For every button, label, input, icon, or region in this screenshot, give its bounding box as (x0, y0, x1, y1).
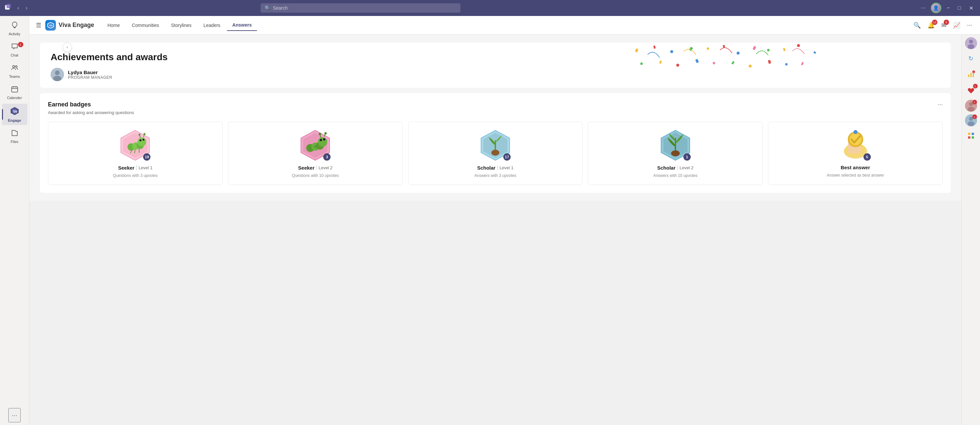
nav-leaders[interactable]: Leaders (198, 20, 226, 31)
right-sidebar-avatar3-wrapper: 1 (965, 114, 977, 126)
best-answer-name-level: Best answer (840, 165, 870, 170)
engage-nav-right: 🔍 🔔 12 ✉ 5 📈 ··· (912, 20, 973, 30)
page-header: Achievements and awards (40, 43, 951, 88)
scholar-l2-name-level: Scholar | Level 2 (657, 165, 694, 171)
scholar-l1-name: Scholar (477, 165, 495, 171)
svg-point-29 (797, 44, 800, 47)
svg-point-63 (323, 138, 326, 141)
sidebar-item-activity[interactable]: Activity (2, 19, 27, 38)
engage-body: ☰ Ve Viva Engage Home Communities Storyl… (29, 16, 980, 425)
files-label: Files (11, 140, 18, 144)
title-bar-right: ··· 👤 − □ ✕ (918, 3, 976, 13)
svg-point-17 (55, 70, 60, 75)
svg-point-61 (318, 137, 327, 147)
right-sidebar-chart[interactable]: 1 (964, 68, 978, 81)
svg-point-27 (767, 49, 769, 51)
sidebar-item-chat[interactable]: 1 Chat (2, 40, 27, 60)
user-details: Lydya Bauer PROGRAM MANAGER (68, 70, 113, 80)
svg-rect-87 (970, 73, 972, 77)
engage-logo: Ve Viva Engage (45, 20, 94, 30)
badge-icon-seeker-l2: 3 (299, 129, 332, 162)
nav-answers[interactable]: Answers (227, 20, 257, 31)
svg-point-23 (707, 48, 709, 50)
files-icon (11, 129, 19, 139)
nav-home[interactable]: Home (102, 20, 125, 31)
avatar3-badge: 1 (972, 114, 977, 119)
badge-icon-best-answer: 5 (839, 129, 872, 162)
nav-storylines[interactable]: Storylines (166, 20, 197, 31)
svg-point-72 (492, 150, 499, 155)
minimize-button[interactable]: − (944, 4, 952, 12)
more-options-button[interactable]: ··· (918, 4, 928, 12)
engage-analytics-button[interactable]: 📈 (952, 20, 962, 30)
sidebar-item-calendar[interactable]: Calender (2, 82, 27, 102)
engage-panel: ‹ ☰ Ve Viva Engage Home (29, 16, 980, 425)
earned-badges-section: Earned badges ··· Awarded for asking and… (40, 93, 951, 193)
badge-card-best-answer: 5 Best answer Answer selected as best an… (768, 122, 943, 185)
svg-point-48 (142, 139, 145, 141)
app-body: Activity 1 Chat Teams (0, 16, 980, 425)
avatar2-badge: 1 (972, 100, 977, 105)
right-sidebar-avatar1[interactable] (965, 37, 977, 49)
nav-back-button[interactable]: ‹ (14, 4, 22, 12)
right-sidebar: ↻ 1 1 (961, 35, 980, 425)
svg-text:T: T (7, 5, 9, 8)
scholar-l1-desc: Answers with 3 upvotes (474, 173, 516, 178)
search-bar: 🔍 (261, 3, 460, 13)
scholar-l1-count: 17 (503, 153, 511, 161)
svg-rect-97 (968, 133, 970, 135)
badge-icon-scholar-l2: 1 (659, 129, 692, 162)
svg-point-62 (320, 139, 322, 141)
search-input[interactable] (273, 5, 457, 11)
right-sidebar-heart[interactable]: 1 (964, 84, 978, 97)
teams-logo-icon: T (4, 3, 12, 13)
chat-icon (11, 43, 19, 52)
activity-label: Activity (9, 32, 20, 36)
svg-point-68 (314, 145, 317, 148)
svg-point-5 (15, 66, 17, 68)
close-button[interactable]: ✕ (966, 4, 976, 13)
hamburger-button[interactable]: ☰ (36, 22, 41, 29)
svg-point-39 (785, 63, 788, 65)
sidebar-item-engage[interactable]: Ve Engage (2, 104, 27, 125)
badge-card-scholar-l1: 17 Scholar | Level 1 Answers with 3 upvo… (408, 122, 583, 185)
svg-point-66 (319, 133, 321, 135)
sidebar-item-files[interactable]: Files (2, 126, 27, 146)
svg-point-69 (309, 147, 311, 149)
teams-icon (11, 64, 19, 74)
engage-more-button[interactable]: ··· (966, 20, 973, 30)
nav-communities[interactable]: Communities (126, 20, 164, 31)
svg-rect-98 (972, 133, 974, 135)
svg-point-47 (140, 140, 142, 141)
svg-text:Ve: Ve (49, 24, 52, 27)
user-avatar-title-bar[interactable]: 👤 (931, 3, 941, 13)
badges-subtitle: Awarded for asking and answering questio… (48, 110, 943, 115)
seeker-l2-level: Level 2 (318, 165, 332, 170)
sidebar-more-button[interactable]: ··· (8, 408, 21, 422)
badges-grid: 19 Seeker | Level 1 Questions with 3 upv… (48, 122, 943, 185)
engage-messages-button[interactable]: ✉ 5 (940, 20, 948, 30)
badges-more-button[interactable]: ··· (938, 101, 943, 108)
svg-rect-86 (968, 75, 969, 77)
seeker-l1-desc: Questions with 3 upvotes (113, 173, 158, 178)
right-sidebar-grid[interactable] (964, 129, 978, 142)
best-answer-name: Best answer (840, 165, 870, 170)
engage-notifications-button[interactable]: 🔔 12 (926, 20, 936, 30)
badge-icon-scholar-l1: 17 (479, 129, 512, 162)
right-sidebar-refresh[interactable]: ↻ (964, 52, 978, 65)
user-name: Lydya Bauer (68, 70, 113, 75)
messages-badge: 5 (944, 20, 949, 25)
engage-search-button[interactable]: 🔍 (912, 20, 922, 30)
svg-point-18 (53, 76, 61, 81)
sidebar-item-teams[interactable]: Teams (2, 61, 27, 81)
svg-rect-100 (972, 136, 974, 139)
search-icon: 🔍 (265, 5, 270, 11)
title-bar: T ‹ › 🔍 ··· 👤 − □ ✕ (0, 0, 980, 16)
collapse-panel-button[interactable]: ‹ (62, 43, 72, 52)
best-answer-count: 5 (864, 153, 871, 161)
nav-forward-button[interactable]: › (23, 4, 30, 12)
maximize-button[interactable]: □ (955, 4, 964, 12)
engage-logo-icon: Ve (45, 20, 56, 30)
svg-text:Ve: Ve (13, 109, 18, 113)
badge-card-seeker-l1: 19 Seeker | Level 1 Questions with 3 upv… (48, 122, 223, 185)
